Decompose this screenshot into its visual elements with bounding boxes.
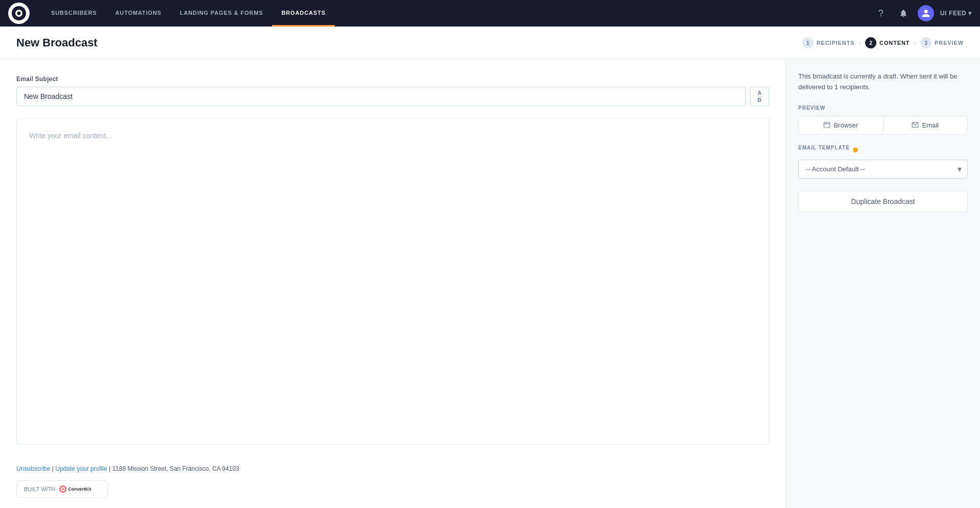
sidebar-info: This broadcast is currently a draft. Whe… [798,71,968,93]
user-chevron-icon: ▾ [968,10,972,17]
step-2-label: CONTENT [879,40,910,46]
nav-subscribers[interactable]: SUBSCRIBERS [42,0,106,27]
preview-section-label: PREVIEW [798,105,968,111]
bell-icon [899,9,908,18]
step-3-label: PREVIEW [935,40,964,46]
sidebar: This broadcast is currently a draft. Whe… [786,59,980,508]
user-icon [921,9,930,18]
breadcrumb: 1 RECIPIENTS › 2 CONTENT › 3 PREVIEW [802,37,964,48]
template-select[interactable]: -- Account Default -- [798,160,968,179]
step-1-num: 1 [802,37,814,48]
svg-rect-8 [824,122,830,128]
avatar[interactable] [918,5,934,21]
ab-badge-text: A B [757,90,762,103]
step-content[interactable]: 2 CONTENT [865,37,910,48]
browser-tab-label: Browser [834,121,858,129]
help-button[interactable]: ? [873,5,889,21]
template-select-wrapper: -- Account Default -- ▾ [798,160,968,179]
nav-landing-pages[interactable]: LANDING PAGES & FORMS [170,0,272,27]
breadcrumb-chevron-1: › [859,39,861,47]
subject-input[interactable] [16,87,746,106]
email-icon [912,121,919,129]
step-recipients[interactable]: 1 RECIPIENTS [802,37,855,48]
topnav-right: ? UI FEED ▾ [873,5,972,21]
breadcrumb-chevron-2: › [914,39,916,47]
page-title: New Broadcast [16,36,802,49]
main-layout: Email Subject A B Write your email conte… [0,59,980,508]
page-header: New Broadcast 1 RECIPIENTS › 2 CONTENT ›… [0,27,980,59]
nav-broadcasts[interactable]: BROADCASTS [272,0,334,27]
built-with-text: BUILT WITH [24,486,55,492]
svg-point-3 [17,12,21,15]
step-preview[interactable]: 3 PREVIEW [920,37,964,48]
main-content: Email Subject A B Write your email conte… [0,59,786,508]
svg-text:ConvertKit: ConvertKit [68,487,91,492]
nav-automations[interactable]: AUTOMATIONS [106,0,171,27]
ab-test-button[interactable]: A B [750,87,769,106]
email-placeholder: Write your email content... [29,132,112,140]
subject-row: A B [16,87,769,106]
email-tab-label: Email [922,121,939,129]
subject-label: Email Subject [16,75,769,83]
topnav: SUBSCRIBERS AUTOMATIONS LANDING PAGES & … [0,0,980,27]
preview-tabs: Browser Email [798,116,968,135]
browser-preview-tab[interactable]: Browser [799,116,884,134]
duplicate-broadcast-button[interactable]: Duplicate Broadcast [798,191,968,212]
template-label-row: EMAIL TEMPLATE [798,145,968,156]
svg-point-6 [62,488,64,490]
update-profile-link[interactable]: Update your profile [56,465,107,472]
topnav-links: SUBSCRIBERS AUTOMATIONS LANDING PAGES & … [42,0,873,27]
email-preview-tab[interactable]: Email [884,116,968,134]
browser-icon [823,121,830,129]
email-body-area[interactable]: Write your email content... [16,118,769,445]
notifications-button[interactable] [895,5,912,21]
svg-point-11 [826,123,827,123]
user-label-text: UI FEED [940,10,967,17]
footer-address: | 1188 Mission Street, San Francisco, CA… [109,465,239,472]
email-footer: Unsubscribe | Update your profile | 1188… [16,445,769,508]
user-label-btn[interactable]: UI FEED ▾ [940,10,972,17]
template-status-dot [853,147,858,153]
step-1-label: RECIPIENTS [817,40,855,46]
convertkit-logo: ConvertKit [59,485,100,493]
step-3-num: 3 [920,37,932,48]
built-with-badge: BUILT WITH ConvertKit [16,480,108,498]
template-section-label: EMAIL TEMPLATE [798,145,850,150]
step-2-num: 2 [865,37,876,48]
unsubscribe-link[interactable]: Unsubscribe [16,465,51,472]
help-icon: ? [878,8,884,19]
svg-point-10 [825,123,825,123]
logo[interactable] [8,3,30,24]
